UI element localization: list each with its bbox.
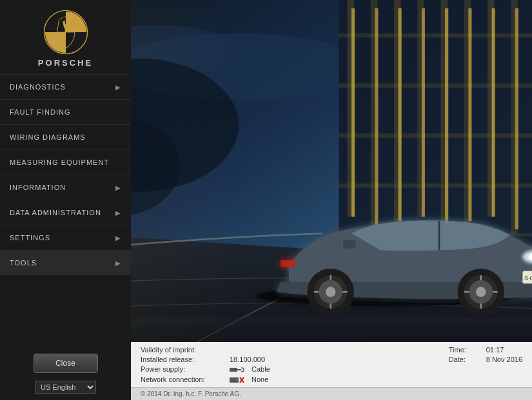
porsche-brand-text: PORSCHE — [38, 58, 93, 68]
svg-rect-27 — [422, 8, 425, 217]
porsche-logo-icon — [43, 10, 88, 55]
logo-area: PORSCHE — [0, 0, 131, 74]
network-label: Network connection: — [141, 376, 224, 383]
date-label: Date: — [449, 356, 481, 363]
hero-image-svg: S·CY718 — [131, 0, 532, 342]
language-select[interactable]: US English German French — [35, 381, 96, 394]
sidebar-bottom: Close US English German French — [0, 347, 131, 400]
svg-rect-30 — [492, 8, 495, 217]
sidebar-item-settings[interactable]: SETTINGS ▶ — [0, 225, 131, 250]
network-value-text: None — [251, 376, 268, 383]
sidebar-item-label: FAULT FINDING — [10, 108, 71, 116]
svg-rect-26 — [399, 8, 402, 221]
language-selector-container: US English German French — [35, 381, 96, 394]
power-value-text: Cable — [251, 365, 270, 373]
sidebar-item-tools[interactable]: TOOLS ▶ — [0, 250, 131, 275]
power-cable-icon — [230, 366, 248, 374]
sidebar-item-label: DIAGNOSTICS — [10, 83, 66, 91]
nav-menu: DIAGNOSTICS ▶ FAULT FINDING WIRING DIAGR… — [0, 74, 131, 347]
sidebar: PORSCHE DIAGNOSTICS ▶ FAULT FINDING WIRI… — [0, 0, 131, 400]
date-value: 8 Nov 2016 — [486, 356, 522, 363]
info-bar: Validity of imprint: Installed release: … — [131, 342, 532, 387]
svg-rect-29 — [468, 8, 471, 221]
close-button[interactable]: Close — [34, 354, 98, 373]
svg-rect-23 — [339, 0, 532, 258]
time-row: Time: 01:17 — [449, 346, 504, 354]
validity-label: Validity of imprint: — [141, 346, 224, 354]
sidebar-item-label: TOOLS — [10, 259, 37, 267]
installed-value: 18.100.000 — [230, 356, 265, 363]
sidebar-item-diagnostics[interactable]: DIAGNOSTICS ▶ — [0, 74, 131, 99]
date-row: Date: 8 Nov 2016 — [449, 356, 522, 363]
main-content: S·CY718 Validity of imprint: Installe — [131, 0, 532, 400]
svg-rect-65 — [230, 377, 239, 383]
time-value: 01:17 — [486, 346, 504, 354]
installed-release-row: Installed release: 18.100.000 — [141, 356, 270, 363]
svg-rect-25 — [375, 8, 378, 229]
time-label: Time: — [449, 346, 481, 354]
sidebar-item-label: WIRING DIAGRAMS — [10, 133, 86, 141]
sidebar-item-label: SETTINGS — [10, 234, 50, 242]
svg-text:S·CY718: S·CY718 — [524, 275, 532, 281]
sidebar-item-fault-finding[interactable]: FAULT FINDING — [0, 99, 131, 124]
copyright-bar: © 2014 Dr. Ing. h.c. F. Porsche AG. — [131, 387, 532, 400]
sidebar-item-wiring-diagrams[interactable]: WIRING DIAGRAMS — [0, 124, 131, 149]
sidebar-item-label: INFORMATION — [10, 184, 66, 191]
sidebar-item-measuring-equipment[interactable]: MEASURING EQUIPMENT — [0, 149, 131, 175]
svg-rect-28 — [445, 8, 448, 229]
chevron-right-icon: ▶ — [115, 234, 121, 242]
info-right-column: Time: 01:17 Date: 8 Nov 2016 — [449, 346, 522, 384]
svg-rect-63 — [230, 368, 237, 372]
svg-rect-37 — [343, 240, 355, 249]
svg-point-48 — [476, 287, 486, 297]
validity-row: Validity of imprint: — [141, 346, 270, 354]
installed-label: Installed release: — [141, 356, 224, 363]
svg-point-44 — [326, 287, 336, 297]
power-value: Cable — [230, 365, 270, 374]
sidebar-item-data-administration[interactable]: DATA ADMINISTRATION ▶ — [0, 200, 131, 225]
copyright-text: © 2014 Dr. Ing. h.c. F. Porsche AG. — [141, 390, 241, 397]
hero-image: S·CY718 — [131, 0, 532, 342]
chevron-right-icon: ▶ — [115, 260, 121, 267]
svg-rect-31 — [515, 8, 518, 229]
chevron-right-icon: ▶ — [115, 184, 121, 191]
sidebar-item-information[interactable]: INFORMATION ▶ — [0, 175, 131, 200]
svg-rect-40 — [281, 260, 295, 267]
network-row: Network connection: None — [141, 376, 270, 384]
power-label: Power supply: — [141, 365, 224, 373]
svg-rect-24 — [351, 8, 355, 217]
sidebar-item-label: MEASURING EQUIPMENT — [10, 158, 109, 166]
chevron-right-icon: ▶ — [115, 84, 121, 91]
sidebar-item-label: DATA ADMINISTRATION — [10, 209, 101, 216]
info-left-column: Validity of imprint: Installed release: … — [141, 346, 270, 384]
chevron-right-icon: ▶ — [115, 209, 121, 216]
network-icon — [230, 376, 248, 384]
power-supply-row: Power supply: Cable — [141, 365, 270, 374]
network-value: None — [230, 376, 268, 384]
